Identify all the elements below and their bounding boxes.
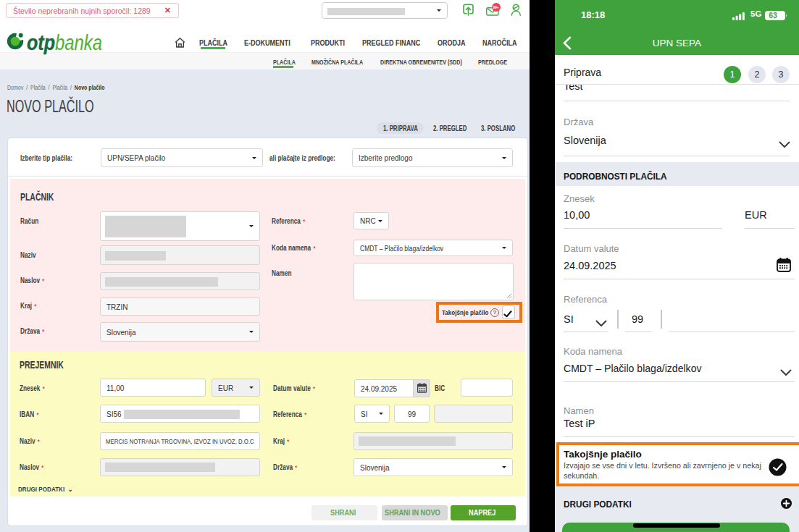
svg-text:63: 63 <box>769 11 777 20</box>
svg-text:banka: banka <box>55 31 102 54</box>
svg-text:otp: otp <box>27 31 55 54</box>
